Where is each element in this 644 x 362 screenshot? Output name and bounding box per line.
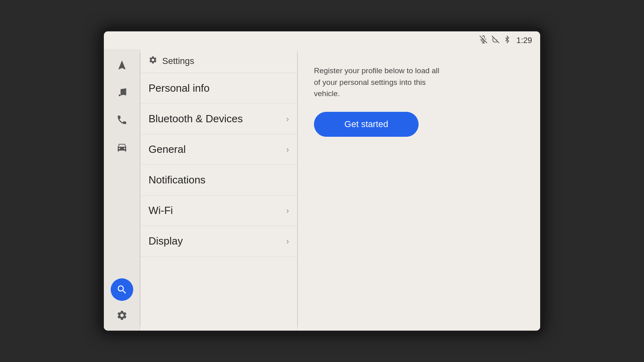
settings-item-display[interactable]: Display › xyxy=(140,226,297,257)
sidebar xyxy=(104,49,140,331)
mute-icon xyxy=(479,35,487,45)
chevron-right-icon: › xyxy=(286,206,289,215)
settings-item-personal-info-label: Personal info xyxy=(149,82,210,95)
detail-panel: Register your profile below to load all … xyxy=(298,49,540,331)
settings-item-bluetooth[interactable]: Bluetooth & Devices › xyxy=(140,104,297,134)
main-area: Settings Personal info Bluetooth & Devic… xyxy=(104,49,540,331)
settings-item-personal-info[interactable]: Personal info xyxy=(140,73,297,104)
clock: 1:29 xyxy=(516,36,532,45)
search-button[interactable] xyxy=(111,278,133,301)
settings-header: Settings xyxy=(140,49,297,73)
device-frame: 1:29 xyxy=(101,28,543,334)
bluetooth-icon xyxy=(504,35,511,45)
settings-title: Settings xyxy=(162,56,194,66)
sidebar-item-car[interactable] xyxy=(110,135,134,159)
detail-description: Register your profile below to load all … xyxy=(314,65,443,100)
settings-panel: Settings Personal info Bluetooth & Devic… xyxy=(140,49,297,331)
settings-list: Personal info Bluetooth & Devices › Gene… xyxy=(140,73,297,331)
settings-item-general-label: General xyxy=(149,143,186,156)
sidebar-bottom xyxy=(111,278,133,327)
settings-item-display-label: Display xyxy=(149,235,183,247)
phone-mute-icon xyxy=(491,35,500,45)
chevron-right-icon: › xyxy=(286,237,289,246)
settings-item-notifications-label: Notifications xyxy=(149,174,206,186)
chevron-right-icon: › xyxy=(286,145,289,154)
settings-item-wifi[interactable]: Wi-Fi › xyxy=(140,195,297,226)
sidebar-item-music[interactable] xyxy=(110,80,134,105)
sidebar-item-navigation[interactable] xyxy=(110,53,134,77)
settings-item-wifi-label: Wi-Fi xyxy=(149,204,173,217)
settings-header-icon xyxy=(149,56,157,66)
get-started-button[interactable]: Get started xyxy=(314,112,419,137)
settings-item-general[interactable]: General › xyxy=(140,134,297,165)
settings-item-notifications[interactable]: Notifications xyxy=(140,165,297,195)
status-bar: 1:29 xyxy=(104,31,540,49)
settings-item-bluetooth-label: Bluetooth & Devices xyxy=(149,113,243,125)
infotainment-screen: 1:29 xyxy=(104,31,540,331)
chevron-right-icon: › xyxy=(286,114,289,123)
sidebar-item-phone[interactable] xyxy=(110,108,134,132)
settings-button[interactable] xyxy=(111,304,133,327)
